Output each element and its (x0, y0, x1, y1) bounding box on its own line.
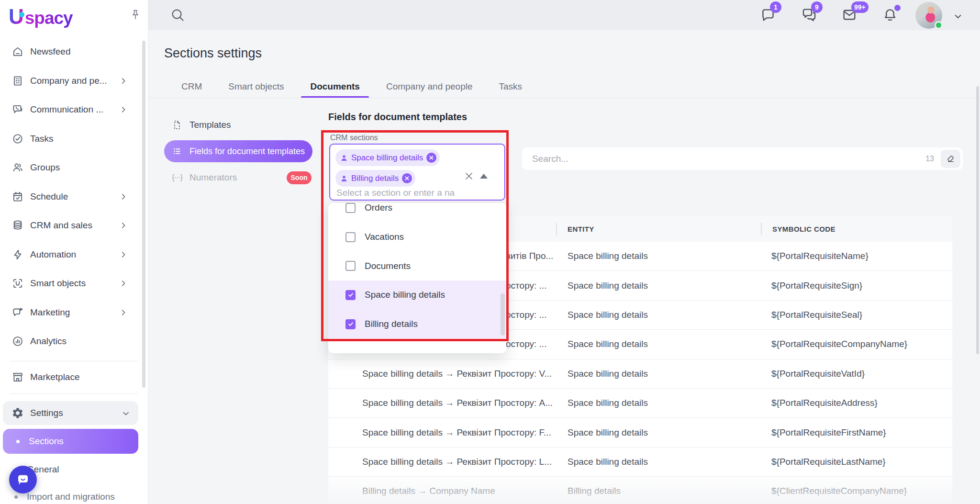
notifications-button[interactable] (882, 7, 898, 23)
tab-company-and-people[interactable]: Company and people (377, 81, 482, 98)
clear-search-button[interactable] (941, 150, 960, 168)
sidebar-item-analytics[interactable]: Analytics (0, 327, 148, 356)
home-icon (11, 45, 24, 58)
bullet-dot (14, 495, 18, 499)
sidebar-item-marketplace[interactable]: Marketplace (0, 363, 148, 392)
chats-badge: 9 (811, 1, 823, 13)
checkbox-checked[interactable] (345, 290, 356, 300)
sidebar-item-automation[interactable]: Automation (0, 240, 148, 269)
automation-icon (11, 248, 24, 261)
page-title: Sections settings (164, 46, 262, 61)
sidebar-item-company-and-people[interactable]: Company and pe... (0, 67, 148, 96)
cell-entity: Space billing details (556, 251, 761, 261)
tab-crm[interactable]: CRM (172, 81, 211, 98)
avatar[interactable] (915, 2, 942, 29)
chevron-right-icon (119, 250, 128, 259)
tabs-divider (148, 98, 980, 98)
gear-icon (11, 407, 24, 419)
sidebar-item-label: Tasks (30, 134, 54, 144)
profile-chevron-down-icon[interactable] (952, 10, 964, 22)
eraser-icon (946, 154, 956, 164)
checkbox-unchecked[interactable] (345, 232, 356, 242)
nav-item-label: Fields for document templates (189, 146, 305, 157)
search-input[interactable] (522, 154, 925, 164)
sidebar-item-sections[interactable]: Sections (3, 429, 138, 454)
table-row[interactable]: Space billing details → Реквізит Простор… (328, 389, 952, 418)
chevron-right-icon (119, 77, 128, 85)
checkbox-checked[interactable] (345, 319, 356, 329)
sidebar-item-smart-objects[interactable]: Smart objects (0, 269, 148, 298)
cell-entity: Space billing details (556, 369, 761, 379)
pin-sidebar-icon[interactable] (129, 9, 142, 21)
search-icon[interactable] (169, 7, 186, 23)
cell-entity: Space billing details (556, 427, 761, 438)
sidebar-item-settings[interactable]: Settings (3, 401, 138, 425)
clear-selection-icon[interactable] (463, 170, 475, 182)
cell-code: ${PortalRequisiteName} (761, 251, 952, 261)
chats-button[interactable]: 9 (801, 7, 817, 23)
analytics-icon (11, 335, 24, 347)
column-header-symbolic-code: SYMBOLIC CODE (761, 216, 952, 242)
checkbox-unchecked[interactable] (345, 261, 356, 271)
tabs-bar: CRM Smart objects Documents Company and … (172, 81, 531, 98)
soon-badge: Soon (287, 171, 312, 184)
template-file-icon (171, 119, 183, 131)
schedule-icon (11, 190, 24, 203)
selected-chip[interactable]: Space billing details (335, 149, 440, 166)
nav-item-fields-for-document-templates[interactable]: Fields for document templates (164, 140, 312, 162)
table-row[interactable]: Space billing details → Реквізит Простор… (328, 418, 952, 447)
support-chat-button[interactable] (9, 466, 37, 493)
table-row[interactable]: Space billing details → Реквізит Простор… (328, 359, 952, 389)
sidebar-item-tasks[interactable]: Tasks (0, 124, 148, 154)
sidebar-item-marketing[interactable]: Marketing (0, 298, 148, 327)
chip-label: Space billing details (351, 153, 423, 163)
sidebar-item-label: Groups (30, 162, 60, 173)
sidebar-item-label: Analytics (30, 336, 67, 347)
option-billing-details[interactable]: Billing details (328, 310, 506, 339)
sidebar-scrollbar[interactable] (142, 41, 145, 388)
table-row[interactable]: Billing details → Company Name Billing d… (328, 477, 952, 504)
nav-item-numerators[interactable]: Numerators Soon (164, 167, 312, 189)
option-vacations[interactable]: Vacations (328, 223, 506, 252)
cell-entity: Space billing details (556, 457, 761, 467)
sidebar-item-crm-and-sales[interactable]: CRM and sales (0, 211, 148, 240)
crm-sections-multiselect[interactable]: Space billing details Billing details Se… (329, 144, 505, 201)
option-orders[interactable]: Orders (328, 203, 506, 223)
collapse-caret-icon[interactable] (480, 174, 488, 179)
cell-entity: Space billing details (556, 280, 761, 291)
mail-button[interactable]: 99+ (841, 7, 858, 23)
sidebar-item-label: Automation (30, 249, 76, 260)
cell-entity: Billing details (556, 486, 761, 496)
tab-smart-objects[interactable]: Smart objects (219, 81, 293, 98)
nav-item-templates[interactable]: Templates (164, 114, 312, 136)
chevron-right-icon (119, 192, 128, 201)
sidebar-item-communication[interactable]: Communication ... (0, 95, 148, 124)
chevron-down-icon (121, 409, 131, 418)
sidebar-item-label: Sections (29, 436, 64, 447)
sidebar-item-newsfeed[interactable]: Newsfeed (0, 37, 148, 67)
cell-code: ${PortalRequisiteFirstName} (761, 427, 952, 438)
column-header-entity: ENTITY (556, 216, 761, 242)
uspacy-logo[interactable]: Uspacy (9, 5, 73, 29)
option-space-billing-details[interactable]: Space billing details (328, 280, 506, 310)
sidebar-item-groups[interactable]: Groups (0, 153, 148, 182)
table-row[interactable]: Space billing details → Реквізит Простор… (328, 448, 952, 477)
select-input-placeholder[interactable]: Select a section or enter a na (336, 188, 500, 198)
dropdown-scrollbar[interactable] (501, 293, 505, 336)
option-documents[interactable]: Documents (328, 251, 506, 280)
cell-code: ${ClientRequisiteCompanyName} (761, 486, 952, 496)
chip-remove-icon[interactable] (402, 173, 412, 183)
sidebar-item-schedule[interactable]: Schedule (0, 182, 148, 212)
smart-objects-icon (11, 277, 24, 290)
tab-tasks[interactable]: Tasks (490, 81, 532, 98)
checkbox-unchecked[interactable] (345, 203, 356, 213)
online-status-dot (935, 21, 943, 29)
selected-chip[interactable]: Billing details (335, 170, 415, 187)
comments-button[interactable]: 1 (760, 7, 776, 23)
topbar: 1 9 99+ (148, 0, 980, 30)
chip-remove-icon[interactable] (426, 153, 436, 163)
main-content: Sections settings CRM Smart objects Docu… (148, 30, 980, 504)
tab-documents[interactable]: Documents (301, 81, 368, 98)
option-label: Space billing details (365, 290, 445, 300)
page-scrollbar[interactable] (976, 86, 979, 354)
